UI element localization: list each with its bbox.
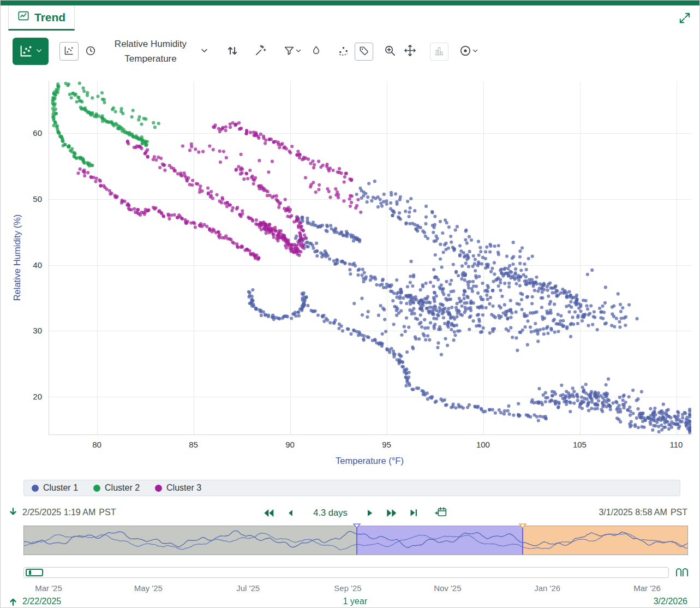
signal-label-temperature[interactable]: Temperature: [109, 51, 192, 66]
chevron-down-icon: [200, 46, 208, 56]
droplet-button[interactable]: [309, 43, 324, 59]
legend-item-cluster-3: Cluster 3: [155, 483, 201, 493]
handle-grip: [29, 570, 31, 575]
sort-arrows-icon: [226, 44, 239, 59]
display-range-end-date[interactable]: 3/1/2025 8:58 AM: [599, 508, 667, 517]
timeline-boundary-line[interactable]: [356, 526, 357, 555]
x-tick-label: 90: [285, 440, 295, 449]
worksheet-tab-bar: Trend: [1, 5, 699, 32]
investigate-range-duration[interactable]: 1 year: [343, 597, 367, 606]
target-button[interactable]: [457, 43, 480, 61]
trend-chart-icon: [17, 10, 29, 25]
chevron-down-icon: [295, 47, 302, 56]
display-range-end-tz: PST: [671, 508, 687, 517]
select-points-icon: [337, 44, 350, 58]
xy-plot-icon: [63, 45, 75, 58]
histogram-button[interactable]: [430, 43, 448, 61]
chart-type-button[interactable]: [13, 38, 49, 65]
legend-label: Cluster 1: [43, 483, 78, 493]
tag-icon: [358, 45, 369, 58]
display-range-start[interactable]: 2/25/2025 1:19 AMPST: [22, 508, 116, 517]
timeline-marker-triangle-icon[interactable]: [353, 521, 361, 526]
timeline-date-tick-label: Sep '25: [334, 583, 361, 593]
y-tick-label: 20: [1, 392, 42, 401]
histogram-icon: [434, 45, 445, 58]
fast-backward-button[interactable]: [262, 506, 276, 520]
timeline-date-tick-label: Jan '26: [534, 583, 560, 593]
legend-item-cluster-1: Cluster 1: [32, 483, 78, 493]
timeline-date-tick-label: May '25: [134, 583, 163, 593]
y-tick-label: 40: [1, 260, 42, 270]
step-forward-button[interactable]: [364, 507, 376, 519]
signal-labels[interactable]: Relative Humidity Temperature: [109, 37, 192, 66]
skip-to-end-button[interactable]: [408, 506, 420, 519]
chevron-down-icon: [35, 47, 43, 56]
investigate-range-end[interactable]: 3/2/2026: [654, 597, 687, 606]
x-tick-label: 100: [476, 440, 490, 449]
display-range-duration[interactable]: 4.3 days: [313, 508, 347, 518]
sparkle-button[interactable]: [253, 43, 268, 60]
xy-plot-button[interactable]: [59, 42, 79, 61]
investigate-range-start[interactable]: 2/22/2025: [22, 597, 61, 606]
clock-icon: [85, 45, 97, 58]
playback-controls: 4.3 days: [262, 505, 448, 521]
timeline-date-tick-label: Nov '25: [434, 583, 461, 593]
legend-label: Cluster 2: [105, 483, 140, 493]
display-range-bar: 2/25/2025 1:19 AMPST 4.3 days: [1, 504, 699, 522]
toolbar: Relative Humidity Temperature: [1, 31, 699, 71]
collapse-display-range-icon[interactable]: [8, 506, 19, 520]
filter-funnel-icon: [283, 45, 295, 58]
y-tick-label: 30: [1, 326, 42, 335]
y-axis-title: Relative Humidity (%): [12, 214, 22, 301]
display-range-end[interactable]: 3/1/2025 8:58 AMPST: [599, 508, 687, 517]
cluster-legend: Cluster 1 Cluster 2 Cluster 3: [23, 480, 680, 496]
timeline-date-tick-label: Mar '25: [35, 583, 62, 593]
timeline-boundary-line[interactable]: [522, 526, 523, 555]
y-tick-label: 60: [1, 128, 42, 138]
signal-label-relative-humidity[interactable]: Relative Humidity: [109, 37, 192, 51]
droplet-icon: [310, 45, 322, 58]
step-backward-button[interactable]: [285, 507, 297, 519]
timeline-date-tick-label: Jul '25: [236, 583, 260, 593]
pan-button[interactable]: [402, 43, 418, 60]
trend-app-window: Trend: [0, 0, 700, 608]
target-icon: [459, 44, 472, 59]
sort-button[interactable]: [224, 43, 241, 61]
fast-forward-button[interactable]: [385, 506, 399, 520]
tab-label: Trend: [34, 11, 65, 24]
tag-button[interactable]: [355, 43, 373, 61]
filter-button[interactable]: [282, 43, 303, 60]
chevron-down-icon: [472, 47, 478, 56]
x-tick-label: 105: [573, 440, 587, 449]
timeline-overview-strip[interactable]: [23, 526, 688, 555]
legend-item-cluster-2: Cluster 2: [93, 483, 140, 493]
zoom-in-icon: [384, 44, 396, 58]
x-tick-label: 80: [92, 440, 101, 449]
cluster-1-dot: [32, 485, 39, 492]
cluster-3-dot: [155, 485, 162, 492]
zoom-to-fit-icon[interactable]: [675, 566, 689, 580]
timeline-scrollbar-handle[interactable]: [26, 569, 43, 576]
x-axis-title: Temperature (°F): [49, 456, 691, 466]
timeline-scrollbar[interactable]: [23, 567, 669, 578]
timeline-date-ticks: Mar '25May '25Jul '25Sep '25Nov '25Jan '…: [1, 583, 699, 593]
time-mode-button[interactable]: [83, 43, 98, 60]
tab-trend[interactable]: Trend: [8, 5, 75, 31]
scatter-canvas[interactable]: [49, 81, 691, 434]
expand-investigate-range-icon[interactable]: [8, 595, 19, 608]
plot-region[interactable]: [49, 81, 691, 435]
x-tick-label: 95: [382, 440, 391, 449]
legend-label: Cluster 3: [166, 483, 201, 493]
timeline-marker-triangle-icon[interactable]: [519, 521, 527, 526]
pan-move-icon: [404, 44, 416, 58]
select-points-button[interactable]: [336, 43, 351, 60]
display-range-start-date[interactable]: 2/25/2025 1:19 AM: [22, 508, 95, 517]
expand-icon[interactable]: [679, 12, 691, 26]
signals-dropdown-button[interactable]: [199, 45, 210, 58]
x-tick-label: 110: [669, 440, 683, 449]
zoom-in-button[interactable]: [382, 43, 398, 60]
timeline-traces-canvas[interactable]: [24, 526, 687, 555]
x-tick-label: 85: [189, 440, 198, 449]
move-to-now-button[interactable]: [434, 505, 448, 521]
timeline-date-tick-label: Mar '26: [633, 583, 661, 593]
